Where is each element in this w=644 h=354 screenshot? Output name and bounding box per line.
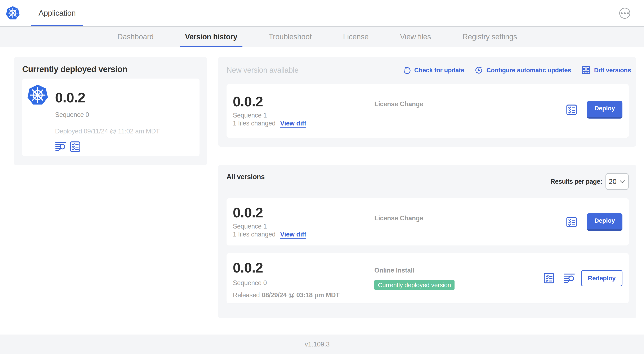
tab-troubleshoot[interactable]: Troubleshoot bbox=[264, 27, 317, 47]
check-for-update-label: Check for update bbox=[414, 67, 464, 74]
view-diff-link[interactable]: View diff bbox=[280, 119, 306, 127]
version-type-label: License Change bbox=[374, 214, 566, 222]
version-row: 0.0.2 Sequence 0 Released 08/29/24 @ 03:… bbox=[226, 253, 629, 303]
version-label: 0.0.2 bbox=[233, 261, 374, 275]
all-versions-title: All versions bbox=[226, 172, 265, 181]
tab-version-history[interactable]: Version history bbox=[180, 27, 243, 47]
version-label: 0.0.2 bbox=[233, 95, 374, 109]
ellipsis-dot bbox=[621, 12, 623, 14]
tab-active-indicator bbox=[180, 46, 243, 47]
app-tab-label: Application bbox=[38, 9, 76, 18]
new-version-card: 0.0.2 Sequence 1 1 files changed View di… bbox=[226, 84, 629, 138]
tab-license[interactable]: License bbox=[338, 27, 374, 47]
sequence-label: Sequence 1 bbox=[233, 111, 374, 119]
tab-label: Dashboard bbox=[117, 33, 154, 41]
chevron-down-icon bbox=[619, 178, 626, 185]
redeploy-button[interactable]: Redeploy bbox=[581, 270, 622, 286]
tab-view-files[interactable]: View files bbox=[395, 27, 436, 47]
currently-deployed-card: 0.0.2 Sequence 0 Deployed 09/11/24 @ 11:… bbox=[22, 79, 200, 156]
tab-label: View files bbox=[400, 33, 431, 41]
preflight-checks-icon[interactable] bbox=[70, 141, 81, 153]
deployed-sequence-label: Sequence 0 bbox=[55, 111, 160, 119]
released-timestamp: Released 08/29/24 @ 03:18 pm MDT bbox=[233, 291, 374, 299]
release-notes-icon[interactable] bbox=[55, 141, 66, 152]
refresh-icon bbox=[403, 66, 411, 74]
version-row: 0.0.2 Sequence 1 1 files changed View di… bbox=[226, 198, 629, 245]
kubernetes-logo-icon bbox=[6, 0, 20, 26]
main-content: Currently deployed version 0.0.2 Sequenc… bbox=[0, 47, 644, 334]
files-changed-label: 1 files changed bbox=[233, 230, 276, 238]
tab-label: Troubleshoot bbox=[268, 33, 312, 41]
sequence-label: Sequence 1 bbox=[233, 222, 374, 230]
view-diff-link[interactable]: View diff bbox=[280, 230, 306, 238]
sequence-label: Sequence 0 bbox=[233, 279, 374, 287]
app-tab[interactable]: Application bbox=[31, 0, 83, 26]
app-subnav: Dashboard Version history Troubleshoot L… bbox=[0, 27, 644, 47]
tab-label: License bbox=[343, 33, 368, 41]
new-version-panel: New version available Check for update C… bbox=[218, 57, 636, 147]
diff-versions-label: Diff versions bbox=[594, 67, 631, 74]
preflight-checks-icon[interactable] bbox=[566, 104, 577, 116]
results-per-page-select[interactable]: 20 bbox=[606, 173, 629, 190]
app-tab-active-indicator bbox=[31, 25, 83, 26]
app-footer: v1.109.3 bbox=[0, 334, 644, 354]
deploy-button[interactable]: Deploy bbox=[587, 101, 622, 119]
released-label: Released bbox=[233, 291, 260, 299]
ellipsis-dot bbox=[624, 12, 626, 14]
released-date: 08/29/24 @ 03:18 pm MDT bbox=[262, 291, 340, 299]
tab-label: Registry settings bbox=[462, 33, 517, 41]
check-for-update-link[interactable]: Check for update bbox=[403, 66, 464, 74]
version-type-label: License Change bbox=[374, 100, 566, 108]
results-per-page-label: Results per page: bbox=[550, 178, 602, 185]
ellipsis-dot bbox=[627, 12, 629, 14]
all-versions-panel: All versions Results per page: 20 0.0.2 … bbox=[218, 165, 636, 318]
results-per-page-value: 20 bbox=[608, 177, 616, 186]
currently-deployed-panel: Currently deployed version 0.0.2 Sequenc… bbox=[14, 57, 207, 165]
deploy-button[interactable]: Deploy bbox=[587, 213, 622, 231]
configure-automatic-updates-label: Configure automatic updates bbox=[486, 67, 571, 74]
auto-update-icon bbox=[475, 66, 483, 74]
tab-registry-settings[interactable]: Registry settings bbox=[457, 27, 522, 47]
preflight-checks-icon[interactable] bbox=[543, 272, 554, 284]
configure-automatic-updates-link[interactable]: Configure automatic updates bbox=[475, 66, 571, 74]
currently-deployed-badge: Currently deployed version bbox=[374, 280, 454, 290]
top-navbar: Application bbox=[0, 0, 644, 27]
files-changed-label: 1 files changed bbox=[233, 119, 276, 127]
new-version-title: New version available bbox=[226, 66, 298, 75]
diff-icon bbox=[582, 66, 590, 75]
deployed-version-label: 0.0.2 bbox=[55, 91, 160, 105]
ellipsis-menu-button[interactable] bbox=[619, 8, 630, 19]
kubernetes-app-icon bbox=[27, 84, 48, 106]
preflight-checks-icon[interactable] bbox=[566, 216, 577, 228]
version-label: 0.0.2 bbox=[233, 205, 374, 219]
diff-versions-link[interactable]: Diff versions bbox=[582, 66, 631, 75]
version-type-label: Online Install bbox=[374, 266, 543, 275]
tab-label: Version history bbox=[185, 33, 238, 41]
tab-dashboard[interactable]: Dashboard bbox=[112, 27, 159, 47]
console-version-label: v1.109.3 bbox=[305, 340, 330, 348]
release-notes-icon[interactable] bbox=[564, 272, 575, 284]
currently-deployed-title: Currently deployed version bbox=[22, 64, 200, 74]
deployed-timestamp: Deployed 09/11/24 @ 11:02 am MDT bbox=[55, 127, 160, 135]
